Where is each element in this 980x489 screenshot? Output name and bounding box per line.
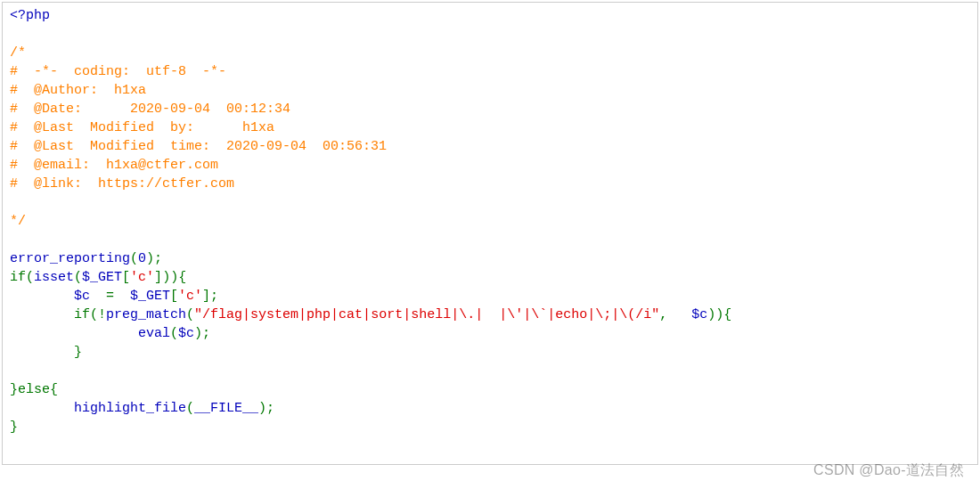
str-regex: "/flag|system|php|cat|sort|shell|\.| |\'… [194,307,659,322]
indent [10,345,74,360]
paren-open: ( [170,326,178,341]
line-if-isset: if(isset($_GET['c'])){ [10,268,970,287]
fn-error-reporting: error_reporting [10,251,130,266]
brace-open: { [723,307,731,322]
bracket-open: [ [122,270,130,285]
token-comment: */ [10,214,26,229]
token-comment: # @email: h1xa@ctfer.com [10,158,218,173]
line-preg-match: if(!preg_match("/flag|system|php|cat|sor… [10,306,970,324]
token-comment: # @Last Modified by: h1xa [10,120,274,135]
paren-close: ) [146,251,154,266]
indent [10,326,138,341]
paren-close: ) [707,307,715,322]
paren-open: ( [26,270,34,285]
token-comment: # @Last Modified time: 2020-09-04 00:56:… [10,139,387,154]
fn-eval: eval [138,326,170,341]
php-open-tag: <?php [10,6,970,25]
var-c: $c [74,289,90,304]
fn-preg-match: preg_match [106,307,186,322]
brace-close: } [74,345,82,360]
indent [10,401,74,416]
brace-close: } [10,382,18,397]
semicolon: ; [266,401,274,416]
comment-coding: # -*- coding: utf-8 -*- [10,62,970,81]
fn-highlight-file: highlight_file [74,401,186,416]
comment-modified-by: # @Last Modified by: h1xa [10,118,970,137]
token-comment: # -*- coding: utf-8 -*- [10,64,226,79]
brace-open: { [178,270,186,285]
paren-close: ) [194,326,202,341]
comment-email: # @email: h1xa@ctfer.com [10,156,970,175]
literal-zero: 0 [138,251,146,266]
fn-isset: isset [34,270,74,285]
token-php: <?php [10,8,50,23]
token-comment: # @Date: 2020-09-04 00:12:34 [10,102,290,117]
code-block: <?php /* # -*- coding: utf-8 -*- # @Auth… [2,2,978,465]
op-not: ! [98,307,106,322]
line-else: }else{ [10,380,970,399]
token-comment: # @Author: h1xa [10,83,146,98]
paren-open: ( [130,251,138,266]
var-c: $c [691,307,707,322]
indent [10,289,74,304]
token-comment: /* [10,45,26,61]
paren-open: ( [74,270,82,285]
indent [10,307,74,322]
brace-close: } [10,420,18,435]
paren-open: ( [186,401,194,416]
bracket-open: [ [170,289,178,304]
kw-if: if [74,307,90,322]
comment-modified-time: # @Last Modified time: 2020-09-04 00:56:… [10,137,970,156]
blank-line [10,193,970,212]
paren-open: ( [186,307,194,322]
comment-date: # @Date: 2020-09-04 00:12:34 [10,100,970,118]
bracket-close: ] [154,270,162,285]
blank-line [10,25,970,44]
blank-line [10,362,970,380]
paren-close: ) [162,270,170,285]
var-get: $_GET [82,270,122,285]
comment-link: # @link: https://ctfer.com [10,175,970,193]
kw-else: else [18,382,50,397]
const-file: __FILE__ [194,401,258,416]
line-assign: $c = $_GET['c']; [10,287,970,306]
brace-open: { [50,382,58,397]
paren-close: ) [715,307,723,322]
var-get: $_GET [130,289,170,304]
comma: , [659,307,691,322]
str-c: 'c' [178,289,202,304]
paren-close: ) [170,270,178,285]
line-highlight: highlight_file(__FILE__); [10,399,970,418]
kw-if: if [10,270,26,285]
line-error-reporting: error_reporting(0); [10,249,970,268]
semicolon: ; [154,251,162,266]
line-inner-close: } [10,343,970,362]
blank-line [10,231,970,249]
line-final-close: } [10,418,970,436]
line-eval: eval($c); [10,324,970,343]
var-c: $c [178,326,194,341]
str-c: 'c' [130,270,154,285]
comment-open: /* [10,44,970,62]
comment-author: # @Author: h1xa [10,81,970,100]
paren-close: ) [258,401,266,416]
semicolon: ; [210,289,218,304]
token-comment: # @link: https://ctfer.com [10,176,234,192]
paren-open: ( [90,307,98,322]
comment-close: */ [10,212,970,231]
bracket-close: ] [202,289,210,304]
semicolon: ; [202,326,210,341]
op-equals: = [90,289,130,304]
